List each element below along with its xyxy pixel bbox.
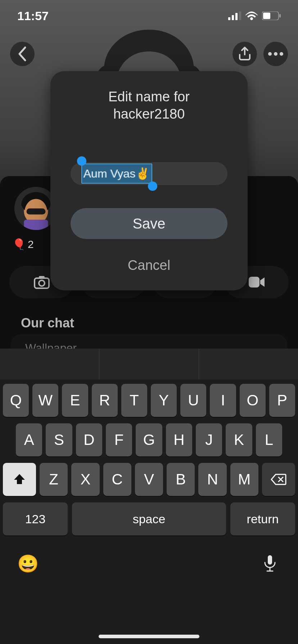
- key-h[interactable]: H: [166, 423, 192, 456]
- svg-rect-22: [249, 277, 259, 288]
- modal-title: Edit name for hacker2180: [108, 88, 190, 123]
- key-y[interactable]: Y: [151, 384, 177, 417]
- svg-rect-6: [279, 14, 281, 18]
- svg-rect-3: [239, 12, 241, 20]
- key-l[interactable]: L: [256, 423, 282, 456]
- svg-point-9: [280, 52, 283, 56]
- kb-row-4: 123 space return: [3, 502, 295, 535]
- status-time: 11:57: [17, 9, 49, 23]
- text-selection[interactable]: Aum Vyas✌️: [81, 164, 152, 184]
- return-key[interactable]: return: [230, 502, 295, 535]
- predictive-bar: [0, 349, 298, 380]
- save-button[interactable]: Save: [71, 208, 227, 239]
- svg-point-7: [268, 52, 272, 56]
- key-a[interactable]: A: [16, 423, 42, 456]
- kb-row-2: ASDFGHJKL: [3, 423, 295, 456]
- key-t[interactable]: T: [121, 384, 147, 417]
- screen: 11:57: [0, 0, 298, 644]
- prediction-slot-3[interactable]: [199, 349, 298, 380]
- svg-rect-18: [24, 220, 48, 230]
- selection-handle-start[interactable]: [77, 156, 86, 166]
- key-d[interactable]: D: [76, 423, 102, 456]
- key-s[interactable]: S: [46, 423, 72, 456]
- key-u[interactable]: U: [180, 384, 206, 417]
- prediction-slot-2[interactable]: [99, 349, 198, 380]
- selected-text: Aum Vyas✌️: [83, 167, 150, 180]
- cellular-signal-icon: [228, 12, 241, 20]
- edit-name-modal: Edit name for hacker2180 Aum Vyas✌️ Save…: [50, 71, 248, 290]
- name-input-wrap: Aum Vyas✌️: [71, 162, 227, 185]
- chevron-left-icon: [17, 46, 27, 62]
- wifi-icon: [245, 12, 258, 20]
- svg-point-8: [274, 52, 277, 56]
- key-f[interactable]: F: [106, 423, 132, 456]
- svg-rect-5: [263, 13, 270, 19]
- key-p[interactable]: P: [269, 384, 295, 417]
- keyboard: QWERTYUIOP ASDFGHJKL ZXCVBNM 123 space r…: [0, 380, 298, 644]
- key-o[interactable]: O: [240, 384, 266, 417]
- battery-icon: [262, 12, 281, 20]
- shift-key[interactable]: [3, 463, 36, 496]
- emoji-key[interactable]: 😀: [17, 553, 39, 574]
- key-i[interactable]: I: [210, 384, 236, 417]
- svg-rect-17: [27, 208, 46, 215]
- shift-icon: [13, 473, 26, 486]
- section-our-chat: Our chat: [21, 316, 74, 331]
- backspace-key[interactable]: [262, 463, 295, 496]
- space-key[interactable]: space: [72, 502, 226, 535]
- kb-row-3: ZXCVBNM: [3, 463, 295, 496]
- key-g[interactable]: G: [136, 423, 162, 456]
- numbers-key[interactable]: 123: [3, 502, 68, 535]
- key-x[interactable]: X: [71, 463, 99, 496]
- key-n[interactable]: N: [198, 463, 226, 496]
- key-c[interactable]: C: [103, 463, 131, 496]
- key-v[interactable]: V: [135, 463, 163, 496]
- svg-rect-2: [235, 13, 238, 20]
- key-b[interactable]: B: [167, 463, 195, 496]
- svg-point-21: [39, 280, 45, 286]
- dots-horizontal-icon: [268, 52, 284, 56]
- svg-rect-20: [39, 276, 45, 279]
- svg-rect-0: [228, 17, 230, 20]
- camera-icon: [34, 275, 50, 289]
- kb-row-1: QWERTYUIOP: [3, 384, 295, 417]
- key-j[interactable]: J: [196, 423, 222, 456]
- streak-count: 2: [28, 238, 34, 250]
- balloon-icon: 🎈: [12, 238, 26, 250]
- home-indicator[interactable]: [99, 635, 199, 638]
- svg-rect-23: [268, 555, 272, 565]
- kb-accessory-row: 😀: [3, 542, 295, 578]
- key-k[interactable]: K: [226, 423, 252, 456]
- key-e[interactable]: E: [62, 384, 88, 417]
- share-icon: [238, 47, 251, 61]
- back-button[interactable]: [10, 42, 35, 66]
- backspace-icon: [271, 474, 286, 485]
- share-button[interactable]: [232, 42, 257, 66]
- key-r[interactable]: R: [92, 384, 118, 417]
- key-m[interactable]: M: [230, 463, 258, 496]
- status-right: [228, 12, 281, 20]
- modal-username: hacker2180: [113, 106, 185, 121]
- microphone-icon: [263, 555, 276, 572]
- prediction-slot-1[interactable]: [0, 349, 99, 380]
- key-z[interactable]: Z: [40, 463, 68, 496]
- more-button[interactable]: [263, 42, 288, 66]
- svg-rect-1: [232, 15, 234, 20]
- key-w[interactable]: W: [32, 384, 58, 417]
- modal-title-prefix: Edit name for: [108, 89, 190, 104]
- selection-handle-end[interactable]: [148, 181, 157, 191]
- dictation-key[interactable]: [259, 553, 281, 574]
- streak-indicator: 🎈 2: [12, 238, 34, 250]
- video-camera-icon: [248, 276, 265, 288]
- cancel-button[interactable]: Cancel: [121, 255, 177, 276]
- key-q[interactable]: Q: [3, 384, 29, 417]
